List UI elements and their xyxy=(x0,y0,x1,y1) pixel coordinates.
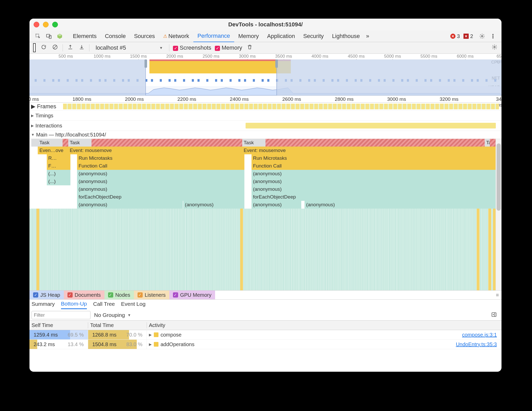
save-profile-icon[interactable] xyxy=(78,44,86,51)
overview-tick: 3500 ms xyxy=(275,54,292,59)
microtasks-segment[interactable]: Run Microtasks xyxy=(77,154,245,162)
function-call-segment[interactable]: Function Call xyxy=(77,162,245,170)
flamechart-area[interactable]: 1600 ms1800 ms2000 ms2200 ms2400 ms2600 … xyxy=(29,96,501,291)
memory-legend: ✓JS Heap ✓Documents ✓Nodes ✓Listeners ✓G… xyxy=(29,291,501,300)
function-call-segment[interactable]: Function Call xyxy=(252,162,479,170)
col-activity[interactable]: Activity xyxy=(147,322,501,328)
source-link[interactable]: UndoEntry.ts:35:3 xyxy=(456,341,499,347)
capture-settings-icon[interactable] xyxy=(491,44,498,51)
tab-network[interactable]: Network xyxy=(159,31,193,42)
table-row[interactable]: 1259.4 ms69.5 %1268.8 ms70.0 %▶ composec… xyxy=(29,330,501,340)
documents-toggle[interactable]: ✓Documents xyxy=(64,291,104,299)
tab-elements[interactable]: Elements xyxy=(69,31,101,42)
memory-menu-icon[interactable]: ≡ xyxy=(496,292,501,298)
bottomup-tab[interactable]: Bottom-Up xyxy=(61,301,87,309)
settings-icon[interactable] xyxy=(477,33,488,39)
window-titlebar: DevTools - localhost:51094/ xyxy=(29,19,501,31)
chevron-down-icon: ▼ xyxy=(127,313,131,317)
load-profile-icon[interactable] xyxy=(66,44,74,51)
anonymous-segment[interactable]: (anonymous) xyxy=(252,170,499,178)
anonymous-segment[interactable]: (anonymous) xyxy=(252,178,499,185)
table-row[interactable]: 243.2 ms13.4 %1504.8 ms83.0 %▶ addOperat… xyxy=(29,340,501,349)
panel-collapse-icon[interactable] xyxy=(491,312,499,319)
jsheap-toggle[interactable]: ✓JS Heap xyxy=(29,291,64,299)
blocked-count[interactable]: ✕2 xyxy=(463,33,473,39)
listeners-toggle[interactable]: ✓Listeners xyxy=(134,291,169,299)
overview-tick: 5500 ms xyxy=(420,54,437,59)
zoom-window-button[interactable] xyxy=(52,22,58,27)
filter-input[interactable] xyxy=(32,311,90,319)
screenshots-toggle[interactable]: ✓Screenshots xyxy=(173,44,211,51)
garbage-collect-icon[interactable] xyxy=(246,44,254,51)
gpu-toggle[interactable]: ✓GPU Memory xyxy=(169,291,215,299)
event-segment[interactable]: Event: mousemove xyxy=(242,147,488,154)
clear-button[interactable] xyxy=(51,44,59,51)
selection-handle-right[interactable] xyxy=(275,59,278,68)
chevron-down-icon: ▼ xyxy=(159,46,163,50)
tab-application[interactable]: Application xyxy=(263,31,299,42)
minimize-window-button[interactable] xyxy=(43,22,49,27)
record-button[interactable] xyxy=(33,44,36,51)
cube-icon[interactable] xyxy=(54,33,65,39)
calltree-tab[interactable]: Call Tree xyxy=(93,301,115,309)
tab-security[interactable]: Security xyxy=(299,31,328,42)
anonymous-segment[interactable]: (anonymous) xyxy=(183,201,245,209)
close-window-button[interactable] xyxy=(34,22,39,27)
svg-point-9 xyxy=(494,46,495,48)
function-call-segment[interactable]: F… xyxy=(47,162,71,170)
foreach-segment[interactable]: forEachObjectDeep xyxy=(252,193,499,201)
anonymous-segment[interactable]: (anonymous) xyxy=(77,170,245,178)
overview-timeline[interactable]: 500 ms1000 ms1500 ms2000 ms2500 ms3000 m… xyxy=(29,54,501,96)
frames-strip xyxy=(63,104,499,109)
anonymous-segment[interactable]: (anonymous) xyxy=(305,201,499,209)
selection-handle-left[interactable] xyxy=(145,59,147,68)
grouping-select[interactable]: No Grouping ▼ xyxy=(94,312,131,318)
reload-record-button[interactable] xyxy=(40,44,48,51)
collapse-icon[interactable]: ▼ xyxy=(31,133,35,137)
window-title: DevTools - localhost:51094/ xyxy=(29,21,501,28)
expand-icon[interactable]: ▶ xyxy=(31,103,35,110)
recording-select[interactable]: localhost #5 ▼ xyxy=(93,44,165,51)
anonymous-segment[interactable]: (anonymous) xyxy=(252,185,499,193)
inspect-icon[interactable] xyxy=(33,33,43,39)
nodes-toggle[interactable]: ✓Nodes xyxy=(104,291,134,299)
device-toggle-icon[interactable] xyxy=(43,33,54,39)
col-self-time[interactable]: Self Time xyxy=(29,322,88,328)
task-segment[interactable]: Task xyxy=(68,139,95,147)
task-segment[interactable]: Task xyxy=(242,139,269,147)
error-count[interactable]: ✕3 xyxy=(450,33,460,39)
overview-tick: 2000 ms xyxy=(166,54,183,59)
tab-lighthouse[interactable]: Lighthouse xyxy=(328,31,364,42)
event-segment[interactable]: Event: mousemove xyxy=(68,147,245,154)
anonymous-segment[interactable]: (anonymous) xyxy=(77,185,245,193)
microtasks-segment[interactable]: R… xyxy=(47,154,71,162)
eventlog-tab[interactable]: Event Log xyxy=(121,301,146,309)
anonymous-segment[interactable]: (anonymous) xyxy=(252,201,301,209)
expand-icon[interactable]: ▶ xyxy=(31,113,34,118)
long-task-marker xyxy=(92,139,245,147)
memory-toggle[interactable]: ✓Memory xyxy=(215,44,242,51)
anonymous-segment[interactable]: (anonymous) xyxy=(77,178,245,185)
source-link[interactable]: compose.js:3:1 xyxy=(462,332,499,338)
overview-tick: 1000 ms xyxy=(94,54,110,59)
col-total-time[interactable]: Total Time xyxy=(88,322,147,328)
summary-tab[interactable]: Summary xyxy=(32,301,55,309)
performance-toolbar: localhost #5 ▼ ✓Screenshots ✓Memory xyxy=(29,42,501,54)
tab-console[interactable]: Console xyxy=(101,31,130,42)
kebab-menu-icon[interactable] xyxy=(488,33,498,39)
overview-tick: 4500 ms xyxy=(348,54,365,59)
overview-tick: 500 ms xyxy=(59,54,73,59)
microtasks-segment[interactable]: Run Microtasks xyxy=(252,154,486,162)
event-segment[interactable]: Even…ove xyxy=(38,147,71,154)
expand-icon[interactable]: ▶ xyxy=(31,124,34,128)
vertical-scrollbar[interactable] xyxy=(496,139,501,291)
timings-track-label: Timings xyxy=(35,113,53,119)
task-segment[interactable]: Task xyxy=(38,139,66,147)
more-tabs-button[interactable]: » xyxy=(364,31,371,42)
tab-sources[interactable]: Sources xyxy=(130,31,159,42)
tab-performance[interactable]: Performance xyxy=(193,30,234,42)
tab-memory[interactable]: Memory xyxy=(234,31,263,42)
foreach-segment[interactable]: forEachObjectDeep xyxy=(77,193,245,201)
anonymous-segment[interactable]: (anonymous) xyxy=(77,201,183,209)
flame-deep-area xyxy=(29,209,496,291)
